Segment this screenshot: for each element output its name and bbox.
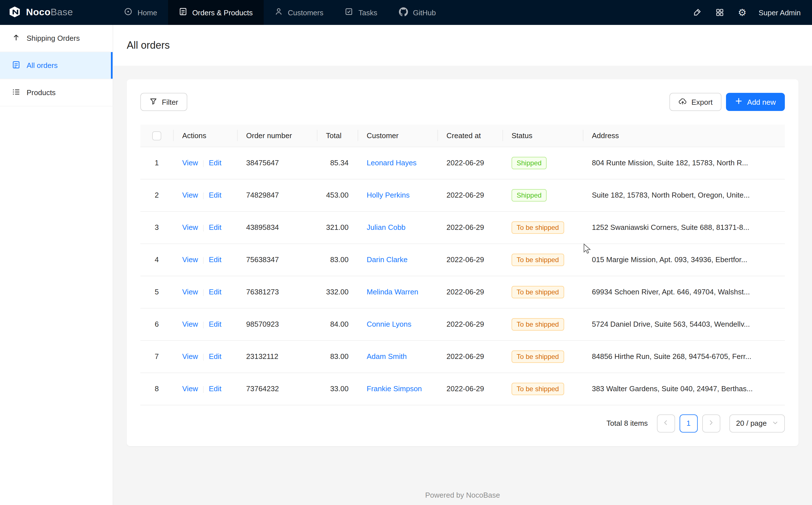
table-row[interactable]: 1 ViewEdit 38475647 85.34 Leonard Hayes …	[140, 147, 785, 179]
chevron-left-icon	[663, 419, 669, 428]
edit-link[interactable]: Edit	[209, 255, 222, 264]
status-cell: To be shipped	[503, 308, 583, 340]
edit-link[interactable]: Edit	[209, 288, 222, 296]
nocobase-logo[interactable]: NocoBase	[0, 0, 113, 25]
up-arrow-icon	[12, 33, 20, 43]
edit-link[interactable]: Edit	[209, 191, 222, 199]
add-new-button-label: Add new	[747, 98, 776, 106]
view-link[interactable]: View	[182, 255, 198, 264]
main-content: All orders Filter Export	[113, 25, 812, 505]
view-link[interactable]: View	[182, 352, 198, 361]
nav-item-orders-products[interactable]: Orders & Products	[168, 0, 263, 25]
total-cell: 83.00	[317, 340, 358, 372]
customer-link[interactable]: Connie Lyons	[367, 320, 412, 328]
table-row[interactable]: 6 ViewEdit 98570923 84.00 Connie Lyons 2…	[140, 308, 785, 340]
orders-card: Filter Export Add new	[127, 79, 798, 446]
column-header-status[interactable]: Status	[503, 125, 583, 147]
total-cell: 33.00	[317, 372, 358, 405]
status-cell: To be shipped	[503, 276, 583, 308]
row-index: 7	[140, 340, 173, 372]
settings-gear-icon[interactable]: ⚙	[736, 6, 748, 19]
view-link[interactable]: View	[182, 159, 198, 167]
nav-item-home[interactable]: Home	[113, 0, 168, 25]
column-header-customer[interactable]: Customer	[358, 125, 438, 147]
export-button[interactable]: Export	[669, 93, 722, 111]
sidebar-item-label: All orders	[27, 61, 58, 69]
view-link[interactable]: View	[182, 191, 198, 199]
chevron-down-icon	[772, 419, 778, 428]
nav-item-github[interactable]: GitHub	[388, 0, 447, 25]
address-cell: 84856 Hirthe Run, Suite 268, 94754-6705,…	[583, 340, 785, 372]
view-link[interactable]: View	[182, 384, 198, 393]
page-size-value: 20 / page	[736, 419, 767, 428]
action-divider	[203, 354, 204, 360]
pagination-page-1[interactable]: 1	[680, 414, 698, 432]
sidebar-item-label: Shipping Orders	[27, 34, 80, 42]
user-menu[interactable]: Super Admin	[759, 8, 801, 17]
brand-light: Base	[51, 7, 73, 18]
toolbar: Filter Export Add new	[140, 93, 785, 111]
customer-link[interactable]: Adam Smith	[367, 352, 407, 361]
ui-editor-highlight-icon[interactable]	[691, 6, 703, 19]
column-header-order-number[interactable]: Order number	[237, 125, 317, 147]
column-header-created-at[interactable]: Created at	[438, 125, 503, 147]
edit-link[interactable]: Edit	[209, 352, 222, 361]
total-cell: 85.34	[317, 147, 358, 179]
filter-button[interactable]: Filter	[140, 93, 187, 111]
column-header-address[interactable]: Address	[583, 125, 785, 147]
sidebar-item-label: Products	[27, 88, 56, 97]
nav-item-label: Tasks	[358, 8, 377, 17]
status-tag: To be shipped	[512, 382, 564, 395]
edit-link[interactable]: Edit	[209, 320, 222, 328]
sidebar-item-shipping-orders[interactable]: Shipping Orders	[0, 25, 112, 52]
nocobase-logo-icon	[8, 5, 21, 20]
table-row[interactable]: 7 ViewEdit 23132112 83.00 Adam Smith 202…	[140, 340, 785, 372]
status-tag: To be shipped	[512, 286, 564, 298]
created-at-cell: 2022-06-29	[438, 340, 503, 372]
nav-item-tasks[interactable]: Tasks	[334, 0, 388, 25]
view-link[interactable]: View	[182, 320, 198, 328]
edit-link[interactable]: Edit	[209, 159, 222, 167]
customer-link[interactable]: Leonard Hayes	[367, 159, 417, 167]
page-size-select[interactable]: 20 / page	[729, 414, 785, 432]
order-number-cell: 43895834	[237, 211, 317, 243]
select-all-checkbox[interactable]	[152, 131, 161, 140]
nav-item-customers[interactable]: Customers	[263, 0, 334, 25]
table-row[interactable]: 4 ViewEdit 75638347 83.00 Darin Clarke 2…	[140, 243, 785, 276]
list-icon	[12, 88, 20, 98]
table-row[interactable]: 8 ViewEdit 73764232 33.00 Frankie Simpso…	[140, 372, 785, 405]
sidebar-item-all-orders[interactable]: All orders	[0, 52, 112, 79]
order-number-cell: 75638347	[237, 243, 317, 276]
pagination-prev-button[interactable]	[657, 414, 675, 432]
add-new-button[interactable]: Add new	[726, 93, 785, 111]
top-nav: NocoBase Home Orders & Products Customer…	[0, 0, 812, 25]
customer-link[interactable]: Holly Perkins	[367, 191, 410, 199]
status-tag: To be shipped	[512, 221, 564, 233]
pagination-next-button[interactable]	[702, 414, 720, 432]
customer-link[interactable]: Julian Cobb	[367, 223, 405, 231]
view-link[interactable]: View	[182, 223, 198, 231]
column-header-actions[interactable]: Actions	[173, 125, 237, 147]
total-cell: 332.00	[317, 276, 358, 308]
column-header-select	[140, 125, 173, 147]
row-actions-cell: ViewEdit	[173, 308, 237, 340]
customer-link[interactable]: Darin Clarke	[367, 255, 408, 264]
address-cell: 1252 Swaniawski Corners, Suite 688, 8137…	[583, 211, 785, 243]
view-link[interactable]: View	[182, 288, 198, 296]
table-row[interactable]: 3 ViewEdit 43895834 321.00 Julian Cobb 2…	[140, 211, 785, 243]
customer-cell: Leonard Hayes	[358, 147, 438, 179]
table-row[interactable]: 2 ViewEdit 74829847 453.00 Holly Perkins…	[140, 179, 785, 211]
customer-link[interactable]: Melinda Warren	[367, 288, 419, 296]
customer-link[interactable]: Frankie Simpson	[367, 384, 422, 393]
edit-link[interactable]: Edit	[209, 223, 222, 231]
address-cell: Suite 182, 15783, North Robert, Oregon, …	[583, 179, 785, 211]
edit-link[interactable]: Edit	[209, 384, 222, 393]
blocks-grid-icon[interactable]	[713, 6, 726, 19]
column-header-total[interactable]: Total	[317, 125, 358, 147]
sidebar-item-products[interactable]: Products	[0, 79, 112, 107]
table-row[interactable]: 5 ViewEdit 76381273 332.00 Melinda Warre…	[140, 276, 785, 308]
customer-cell: Holly Perkins	[358, 179, 438, 211]
created-at-cell: 2022-06-29	[438, 372, 503, 405]
customer-cell: Julian Cobb	[358, 211, 438, 243]
address-cell: 015 Margie Mission, Apt. 093, 34936, Ebe…	[583, 243, 785, 276]
